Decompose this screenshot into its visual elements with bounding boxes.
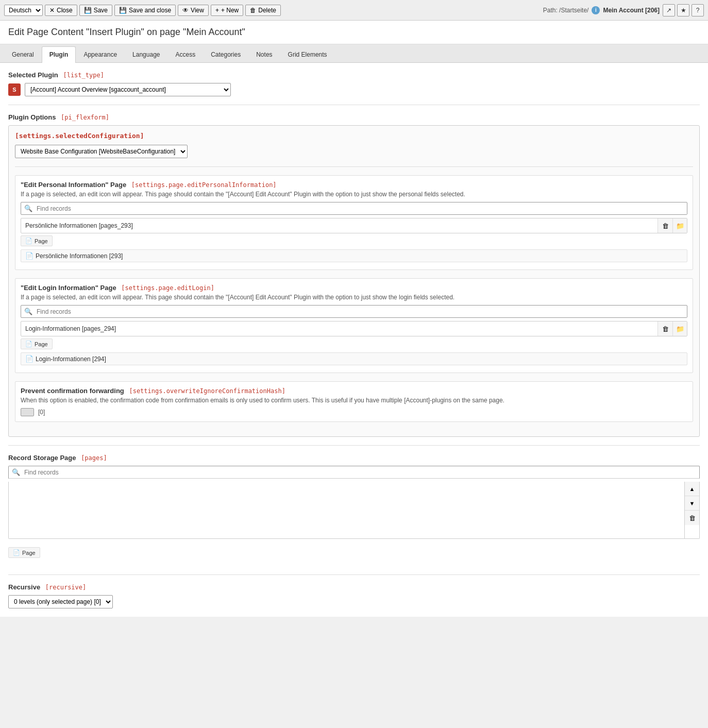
save-button[interactable]: 💾 Save: [79, 5, 112, 16]
login-type-badge: 📄 Page: [21, 338, 53, 349]
new-icon: +: [215, 7, 219, 14]
plugin-options-box: [settings.selectedConfiguration] Website…: [8, 125, 700, 437]
tab-grid-elements[interactable]: Grid Elements: [280, 46, 335, 62]
plugin-options-label: Plugin Options [pi_flexform]: [8, 113, 700, 121]
new-button[interactable]: + + New: [211, 5, 243, 16]
page-header: Edit Page Content "Insert Plugin" on pag…: [0, 21, 708, 44]
storage-search-icon: 🔍: [9, 466, 23, 478]
tab-categories[interactable]: Categories: [203, 46, 248, 62]
login-tree-item: 📄 Login-Informationen [294]: [21, 352, 687, 365]
info-icon: i: [592, 6, 600, 14]
storage-type-badge: 📄 Page: [8, 547, 40, 558]
login-folder-button[interactable]: 📁: [672, 321, 687, 336]
personal-search-row: 🔍: [21, 202, 687, 215]
tab-access[interactable]: Access: [167, 46, 203, 62]
plugin-selector-row: S [Account] Account Overview [sgaccount_…: [8, 83, 700, 96]
top-bar-left: Deutsch ✕ Close 💾 Save 💾 Save and close …: [4, 5, 281, 16]
storage-list: [9, 482, 684, 538]
tab-general[interactable]: General: [4, 46, 42, 62]
personal-record-text: Persönliche Informationen [pages_293]: [21, 219, 658, 232]
recursive-label: Recursive [recursive]: [8, 583, 700, 591]
tab-appearance[interactable]: Appearance: [76, 46, 125, 62]
edit-personal-section: "Edit Personal Information" Page [settin…: [15, 175, 693, 270]
login-page-icon: 📄: [25, 341, 32, 347]
delete-button[interactable]: 🗑 Delete: [245, 5, 281, 16]
toggle-row: [0]: [21, 408, 687, 416]
storage-side-buttons: ▲ ▼ 🗑: [684, 482, 699, 538]
storage-search-input[interactable]: [23, 467, 699, 478]
view-icon: 👁: [182, 7, 189, 14]
tabs-bar: General Plugin Appearance Language Acces…: [0, 44, 708, 63]
top-icons: ↗ ★ ?: [663, 4, 704, 16]
storage-search-row: 🔍: [8, 466, 700, 479]
login-search-input[interactable]: [36, 306, 687, 317]
prevent-confirm-desc: When this option is enabled, the confirm…: [21, 397, 687, 404]
personal-record-actions: 🗑 📁: [658, 218, 687, 233]
storage-down-button[interactable]: ▼: [685, 496, 699, 511]
prevent-confirm-section: Prevent confirmation forwarding [setting…: [15, 381, 693, 422]
tree-page-icon: 📄: [25, 252, 33, 260]
personal-record-row: Persönliche Informationen [pages_293] 🗑 …: [21, 218, 687, 233]
login-record-row: Login-Informationen [pages_294] 🗑 📁: [21, 321, 687, 336]
storage-code: [pages]: [81, 454, 107, 462]
toggle-checkbox[interactable]: [21, 408, 34, 416]
storage-section: 🔍 ▲ ▼ 🗑: [8, 466, 700, 539]
save-close-icon: 💾: [119, 7, 127, 14]
tab-notes[interactable]: Notes: [248, 46, 280, 62]
save-close-button[interactable]: 💾 Save and close: [114, 5, 176, 16]
storage-page-icon: 📄: [13, 549, 20, 556]
selected-plugin-label: Selected Plugin [list_type]: [8, 71, 700, 79]
prevent-confirm-title: Prevent confirmation forwarding [setting…: [21, 387, 687, 395]
main-content: Selected Plugin [list_type] S [Account] …: [0, 63, 708, 617]
edit-login-title: "Edit Login Information" Page [settings.…: [21, 284, 687, 292]
personal-search-input[interactable]: [36, 203, 687, 214]
toggle-value: [0]: [38, 409, 45, 416]
edit-personal-title: "Edit Personal Information" Page [settin…: [21, 181, 687, 189]
plugin-icon: S: [8, 83, 21, 96]
personal-type-badge: 📄 Page: [21, 235, 53, 246]
path-text: Path: /Startseite/: [543, 7, 589, 14]
tab-plugin[interactable]: Plugin: [42, 46, 76, 63]
plugin-options-code: [pi_flexform]: [61, 114, 109, 121]
help-button[interactable]: ?: [692, 4, 704, 16]
login-delete-button[interactable]: 🗑: [658, 321, 672, 336]
login-search-row: 🔍: [21, 305, 687, 318]
recursive-code: [recursive]: [45, 584, 86, 591]
top-bar-right: Path: /Startseite/ i Mein Account [206] …: [543, 4, 704, 16]
login-record-text: Login-Informationen [pages_294]: [21, 323, 658, 335]
edit-personal-desc: If a page is selected, an edit icon will…: [21, 191, 687, 198]
storage-delete-button[interactable]: 🗑: [685, 511, 699, 525]
edit-login-section: "Edit Login Information" Page [settings.…: [15, 278, 693, 373]
login-search-icon: 🔍: [21, 306, 36, 317]
language-select[interactable]: Deutsch: [4, 5, 43, 16]
view-button[interactable]: 👁 View: [178, 5, 209, 16]
login-record-actions: 🗑 📁: [658, 321, 687, 336]
plugin-select[interactable]: [Account] Account Overview [sgaccount_ac…: [25, 83, 231, 96]
external-link-button[interactable]: ↗: [663, 4, 675, 16]
path-page: Mein Account [206]: [603, 7, 660, 14]
page-icon: 📄: [25, 238, 32, 244]
tab-language[interactable]: Language: [125, 46, 167, 62]
top-bar: Deutsch ✕ Close 💾 Save 💾 Save and close …: [0, 0, 708, 21]
storage-list-wrapper: ▲ ▼ 🗑: [8, 482, 700, 539]
personal-tree-item: 📄 Persönliche Informationen [293]: [21, 249, 687, 262]
personal-search-icon: 🔍: [21, 202, 36, 214]
save-icon: 💾: [84, 7, 92, 14]
edit-login-desc: If a page is selected, an edit icon will…: [21, 294, 687, 301]
login-tree-page-icon: 📄: [25, 355, 33, 363]
close-button[interactable]: ✕ Close: [45, 5, 77, 16]
config-select[interactable]: Website Base Configuration [WebsiteBaseC…: [15, 145, 188, 158]
personal-folder-button[interactable]: 📁: [672, 218, 687, 233]
selected-plugin-code: [list_type]: [63, 72, 104, 79]
storage-label: Record Storage Page [pages]: [8, 454, 700, 462]
config-section-title: [settings.selectedConfiguration]: [15, 132, 693, 140]
storage-up-button[interactable]: ▲: [685, 482, 699, 496]
star-button[interactable]: ★: [677, 4, 689, 16]
delete-icon: 🗑: [250, 7, 256, 14]
page-title: Edit Page Content "Insert Plugin" on pag…: [8, 27, 700, 38]
recursive-select[interactable]: 0 levels (only selected page) [0]: [8, 595, 113, 608]
personal-delete-button[interactable]: 🗑: [658, 218, 672, 233]
close-icon: ✕: [49, 7, 55, 14]
